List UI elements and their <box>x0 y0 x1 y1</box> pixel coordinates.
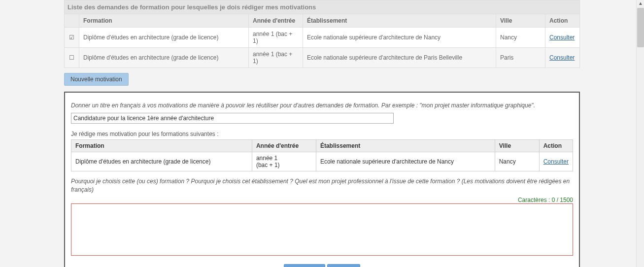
vertical-scrollbar[interactable]: ▲ <box>636 0 644 267</box>
consult-link[interactable]: Consulter <box>543 158 569 165</box>
cell-etab: Ecole nationale supérieure d'architectur… <box>316 152 495 171</box>
save-button[interactable]: Enregistrer <box>284 264 326 267</box>
checkbox-icon[interactable]: ☐ <box>69 54 74 61</box>
motivation-textarea[interactable] <box>71 203 573 256</box>
cell-annee: année 1 (bac + 1) <box>248 28 303 48</box>
cell-ville: Nancy <box>496 28 545 48</box>
cell-etab: Ecole nationale supérieure d'architectur… <box>303 28 496 48</box>
selected-formations-table: Formation Année d'entrée Établissement V… <box>71 139 573 171</box>
motivation-panel: Donner un titre en français à vos motiva… <box>64 92 580 267</box>
scroll-up-icon[interactable]: ▲ <box>637 0 644 8</box>
new-motivation-button[interactable]: Nouvelle motivation <box>64 73 129 86</box>
cancel-button[interactable]: Annuler <box>327 264 360 267</box>
motivation-title-input[interactable] <box>71 113 394 124</box>
cell-formation: Diplôme d'études en architecture (grade … <box>79 28 249 48</box>
cell-annee: année 1 (bac + 1) <box>248 48 303 68</box>
consult-link[interactable]: Consulter <box>549 54 575 61</box>
cell-formation: Diplôme d'études en architecture (grade … <box>79 48 249 68</box>
col-annee: Année d'entrée <box>252 139 316 152</box>
col-ville: Ville <box>495 139 539 152</box>
question-text: Pourquoi je choisis cette (ou ces) forma… <box>71 177 573 194</box>
table-row: ☑ Diplôme d'études en architecture (grad… <box>65 28 580 48</box>
list-title: Liste des demandes de formation pour les… <box>64 0 580 14</box>
requests-table: Formation Année d'entrée Établissement V… <box>64 14 580 68</box>
scroll-thumb[interactable] <box>637 8 644 47</box>
table-row: Diplôme d'études en architecture (grade … <box>71 152 573 171</box>
col-ville: Ville <box>496 14 545 28</box>
cell-annee: année 1 (bac + 1) <box>252 152 316 171</box>
col-etab: Établissement <box>316 139 495 152</box>
help-text: Donner un titre en français à vos motiva… <box>71 101 573 110</box>
char-count: Caractères : 0 / 1500 <box>71 197 573 203</box>
col-formation: Formation <box>71 139 252 152</box>
col-check <box>65 14 79 28</box>
col-action: Action <box>539 139 573 152</box>
consult-link[interactable]: Consulter <box>549 34 575 41</box>
col-formation: Formation <box>79 14 249 28</box>
col-annee: Année d'entrée <box>248 14 303 28</box>
col-action: Action <box>545 14 580 28</box>
cell-etab: Ecole nationale supérieure d'architectur… <box>303 48 496 68</box>
cell-ville: Paris <box>496 48 545 68</box>
sub-label: Je rédige mes motivation pour les format… <box>71 131 573 137</box>
cell-ville: Nancy <box>495 152 539 171</box>
cell-formation: Diplôme d'études en architecture (grade … <box>71 152 252 171</box>
col-etab: Établissement <box>303 14 496 28</box>
table-row: ☐ Diplôme d'études en architecture (grad… <box>65 48 580 68</box>
checkbox-icon[interactable]: ☑ <box>69 34 74 41</box>
